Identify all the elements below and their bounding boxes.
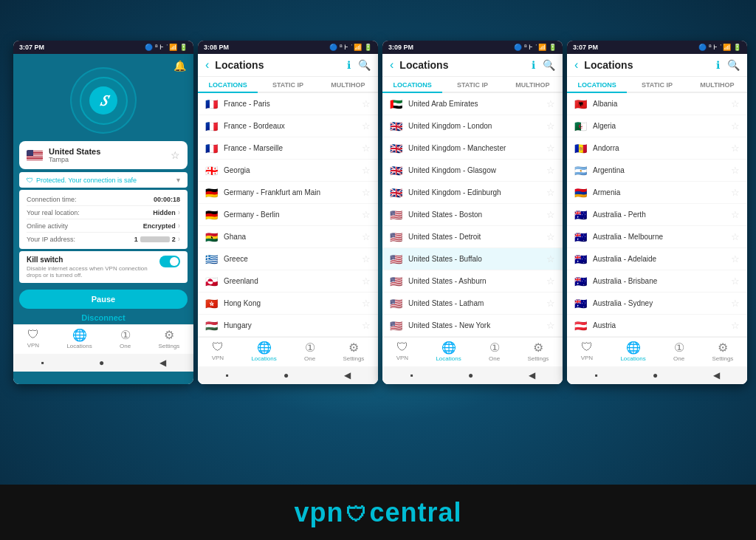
disconnect-button[interactable]: Disconnect bbox=[19, 309, 188, 322]
star-icon[interactable]: ☆ bbox=[546, 165, 555, 176]
star-icon[interactable]: ☆ bbox=[362, 143, 371, 154]
list-item[interactable]: 🇩🇪 Germany - Frankfurt am Main ☆ bbox=[198, 182, 378, 204]
star-icon[interactable]: ☆ bbox=[546, 253, 555, 264]
star-icon[interactable]: ☆ bbox=[362, 120, 371, 131]
list-item[interactable]: 🇦🇱 Albania ☆ bbox=[567, 93, 747, 115]
star-icon[interactable]: ☆ bbox=[362, 320, 371, 331]
nav-vpn-2[interactable]: 🛡 VPN bbox=[212, 341, 224, 362]
android-circle-2[interactable]: ● bbox=[284, 370, 289, 380]
star-icon[interactable]: ☆ bbox=[362, 276, 371, 287]
location-star[interactable]: ☆ bbox=[171, 149, 180, 161]
list-item[interactable]: 🇦🇺 Australia - Adelaide ☆ bbox=[567, 248, 747, 270]
star-icon[interactable]: ☆ bbox=[362, 187, 371, 198]
list-item[interactable]: 🇬🇧 United Kingdom - London ☆ bbox=[382, 115, 563, 137]
nav-settings-2[interactable]: ⚙ Settings bbox=[343, 341, 364, 362]
android-back-4[interactable]: ◀ bbox=[713, 370, 720, 380]
nav-one-4[interactable]: ① One bbox=[673, 341, 684, 362]
tab-staticip-3[interactable]: STATIC IP bbox=[442, 77, 502, 93]
search-icon-2[interactable]: 🔍 bbox=[358, 59, 371, 71]
info-icon-2[interactable]: ℹ bbox=[347, 59, 351, 71]
android-circle-1[interactable]: ● bbox=[99, 358, 104, 368]
list-item[interactable]: 🇺🇸 United States - Buffalo ☆ bbox=[382, 248, 563, 270]
list-item[interactable]: 🇦🇪 United Arab Emirates ☆ bbox=[382, 93, 563, 115]
list-item[interactable]: 🇺🇸 United States - New York ☆ bbox=[382, 315, 563, 337]
android-square-4[interactable]: ▪ bbox=[594, 370, 597, 380]
android-square-2[interactable]: ▪ bbox=[225, 370, 228, 380]
list-item[interactable]: 🇬🇱 Greenland ☆ bbox=[198, 270, 378, 293]
nav-locations-4[interactable]: 🌐 Locations bbox=[620, 341, 645, 362]
list-item[interactable]: 🇺🇸 United States - Detroit ☆ bbox=[382, 226, 563, 248]
list-item[interactable]: 🇦🇺 Australia - Perth ☆ bbox=[567, 204, 747, 226]
nav-one-2[interactable]: ① One bbox=[304, 341, 315, 362]
star-icon[interactable]: ☆ bbox=[546, 187, 555, 198]
back-button-3[interactable]: ‹ bbox=[390, 58, 394, 72]
star-icon[interactable]: ☆ bbox=[546, 320, 555, 331]
android-back-2[interactable]: ◀ bbox=[344, 370, 351, 380]
list-item[interactable]: 🇬🇧 United Kingdom - Manchester ☆ bbox=[382, 137, 563, 160]
star-icon[interactable]: ☆ bbox=[362, 209, 371, 220]
list-item[interactable]: 🇦🇩 Andorra ☆ bbox=[567, 137, 747, 160]
kill-switch-toggle[interactable] bbox=[159, 256, 180, 267]
list-item[interactable]: 🇩🇿 Algeria ☆ bbox=[567, 115, 747, 137]
back-button-4[interactable]: ‹ bbox=[574, 58, 578, 72]
star-icon[interactable]: ☆ bbox=[362, 253, 371, 264]
android-square-1[interactable]: ▪ bbox=[41, 358, 44, 368]
list-item[interactable]: 🇬🇧 United Kingdom - Edinburgh ☆ bbox=[382, 182, 563, 204]
android-circle-3[interactable]: ● bbox=[468, 370, 473, 380]
nav-vpn-4[interactable]: 🛡 VPN bbox=[581, 341, 593, 362]
star-icon[interactable]: ☆ bbox=[546, 298, 555, 309]
list-item[interactable]: 🇦🇺 Australia - Brisbane ☆ bbox=[567, 270, 747, 293]
tab-multihop-2[interactable]: MULTIHOP bbox=[318, 77, 378, 93]
list-item[interactable]: 🇫🇷 France - Paris ☆ bbox=[198, 93, 378, 115]
star-icon[interactable]: ☆ bbox=[546, 276, 555, 287]
star-icon[interactable]: ☆ bbox=[731, 209, 740, 220]
search-icon-3[interactable]: 🔍 bbox=[543, 59, 555, 71]
star-icon[interactable]: ☆ bbox=[546, 143, 555, 154]
star-icon[interactable]: ☆ bbox=[731, 276, 740, 287]
android-circle-4[interactable]: ● bbox=[653, 370, 658, 380]
nav-settings-4[interactable]: ⚙ Settings bbox=[712, 341, 733, 362]
star-icon[interactable]: ☆ bbox=[546, 209, 555, 220]
android-square-3[interactable]: ▪ bbox=[410, 370, 413, 380]
list-item[interactable]: 🇺🇸 United States - Boston ☆ bbox=[382, 204, 563, 226]
star-icon[interactable]: ☆ bbox=[546, 98, 555, 109]
star-icon[interactable]: ☆ bbox=[546, 120, 555, 131]
nav-settings-1[interactable]: ⚙ Settings bbox=[158, 328, 179, 349]
star-icon[interactable]: ☆ bbox=[731, 298, 740, 309]
tab-locations-2[interactable]: LOCATIONS bbox=[198, 77, 258, 93]
location-card[interactable]: United States Tampa ☆ bbox=[19, 141, 188, 169]
bell-icon[interactable]: 🔔 bbox=[173, 60, 186, 72]
star-icon[interactable]: ☆ bbox=[731, 231, 740, 242]
nav-vpn-3[interactable]: 🛡 VPN bbox=[396, 341, 408, 362]
chevron-down-icon[interactable]: ▾ bbox=[176, 176, 180, 184]
tab-staticip-4[interactable]: STATIC IP bbox=[627, 77, 687, 93]
tab-multihop-3[interactable]: MULTIHOP bbox=[503, 77, 563, 93]
list-item[interactable]: 🇺🇸 United States - Ashburn ☆ bbox=[382, 270, 563, 293]
list-item[interactable]: 🇦🇲 Armenia ☆ bbox=[567, 182, 747, 204]
list-item[interactable]: 🇦🇺 Australia - Sydney ☆ bbox=[567, 293, 747, 315]
list-item[interactable]: 🇺🇸 United States - Latham ☆ bbox=[382, 293, 563, 315]
android-back-3[interactable]: ◀ bbox=[529, 370, 535, 380]
star-icon[interactable]: ☆ bbox=[362, 298, 371, 309]
list-item[interactable]: 🇭🇰 Hong Kong ☆ bbox=[198, 293, 378, 315]
nav-one-1[interactable]: ① One bbox=[120, 328, 131, 349]
nav-locations-3[interactable]: 🌐 Locations bbox=[436, 341, 461, 362]
nav-vpn-1[interactable]: 🛡 VPN bbox=[27, 328, 39, 349]
info-icon-4[interactable]: ℹ bbox=[716, 59, 720, 71]
list-item[interactable]: 🇦🇹 Austria ☆ bbox=[567, 315, 747, 337]
list-item[interactable]: 🇩🇪 Germany - Berlin ☆ bbox=[198, 204, 378, 226]
star-icon[interactable]: ☆ bbox=[362, 165, 371, 176]
star-icon[interactable]: ☆ bbox=[731, 187, 740, 198]
star-icon[interactable]: ☆ bbox=[731, 143, 740, 154]
android-back-1[interactable]: ◀ bbox=[159, 358, 166, 368]
info-icon-3[interactable]: ℹ bbox=[532, 59, 535, 71]
list-item[interactable]: 🇬🇷 Greece ☆ bbox=[198, 248, 378, 270]
list-item[interactable]: 🇬🇪 Georgia ☆ bbox=[198, 160, 378, 182]
list-item[interactable]: 🇫🇷 France - Marseille ☆ bbox=[198, 137, 378, 160]
star-icon[interactable]: ☆ bbox=[731, 165, 740, 176]
nav-locations-1[interactable]: 🌐 Locations bbox=[66, 328, 92, 349]
search-icon-4[interactable]: 🔍 bbox=[727, 59, 740, 71]
star-icon[interactable]: ☆ bbox=[731, 98, 740, 109]
star-icon[interactable]: ☆ bbox=[362, 231, 371, 242]
tab-locations-3[interactable]: LOCATIONS bbox=[382, 77, 442, 93]
